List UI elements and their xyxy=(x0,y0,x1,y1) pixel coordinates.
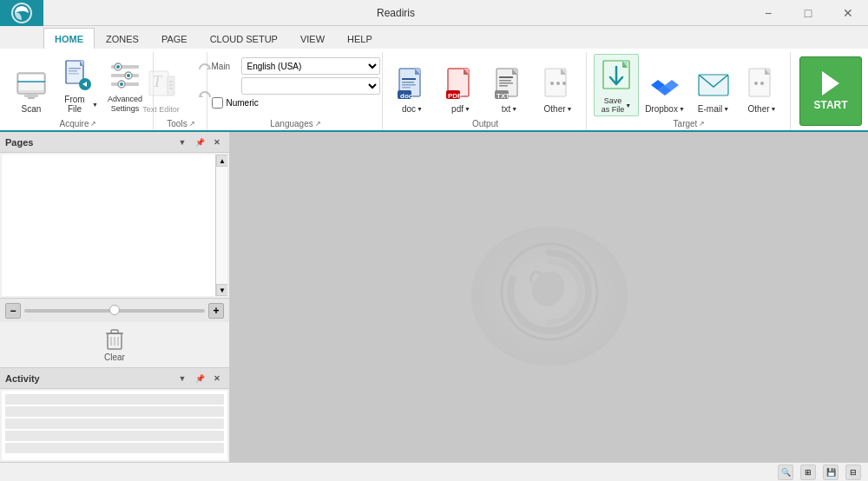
dropbox-button[interactable]: Dropbox ▼ xyxy=(642,54,687,116)
doc-output-button[interactable]: doc doc ▼ xyxy=(390,54,435,116)
target-expand-icon: ↗ xyxy=(699,120,705,128)
tab-view[interactable]: VIEW xyxy=(289,28,336,49)
svg-point-57 xyxy=(550,82,554,85)
other-target-icon xyxy=(746,68,778,102)
activity-header: Activity ▼ 📌 ✕ xyxy=(0,368,229,389)
email-button[interactable]: E-mail ▼ xyxy=(691,54,736,116)
svg-rect-36 xyxy=(402,84,416,86)
zoom-plus-button[interactable]: + xyxy=(208,303,224,319)
statusbar: 🔍 ⊞ 💾 ⊟ xyxy=(0,462,868,481)
svg-point-16 xyxy=(116,65,120,69)
zoom-minus-button[interactable]: − xyxy=(5,303,21,319)
activity-bar-1 xyxy=(5,394,224,405)
activity-close-icon[interactable]: ✕ xyxy=(210,372,224,385)
maximize-button[interactable]: □ xyxy=(788,0,828,26)
save-as-file-label: Saveas File xyxy=(602,96,625,114)
acquire-expand-icon: ↗ xyxy=(90,120,96,128)
activity-dropdown-icon[interactable]: ▼ xyxy=(175,372,189,385)
target-label[interactable]: Target ↗ xyxy=(674,117,706,130)
scrollbar-down-button[interactable]: ▼ xyxy=(216,284,227,296)
svg-point-59 xyxy=(562,82,566,85)
scan-button[interactable]: Scan xyxy=(9,54,54,116)
tools-label[interactable]: Tools ↗ xyxy=(167,117,194,130)
second-language-select[interactable] xyxy=(241,77,380,95)
pages-title: Pages xyxy=(5,137,33,148)
from-file-button[interactable]: From File ▼ xyxy=(56,54,101,116)
svg-point-71 xyxy=(760,82,764,85)
main-language-select[interactable]: English (USA) French German Spanish xyxy=(241,57,380,75)
other-output-button[interactable]: Other ▼ xyxy=(536,54,581,116)
text-editor-label: Text Editor xyxy=(142,105,180,114)
acquire-section: Scan From File xyxy=(3,52,154,130)
scrollbar-up-button[interactable]: ▲ xyxy=(216,155,227,167)
app-title: Readiris xyxy=(43,7,748,19)
other-target-button[interactable]: Other ▼ xyxy=(740,54,785,116)
zoom-thumb[interactable] xyxy=(109,305,120,315)
pages-panel-header: Pages ▼ 📌 ✕ xyxy=(0,132,229,153)
menu-tabs: HOME ZONES PAGE CLOUD SETUP VIEW HELP xyxy=(0,26,868,49)
doc-dropdown-icon: ▼ xyxy=(417,106,423,112)
svg-rect-4 xyxy=(24,94,38,97)
status-save-icon[interactable]: 💾 xyxy=(823,465,838,480)
languages-label[interactable]: Acquire Languages ↗ xyxy=(270,117,321,130)
activity-pin-icon[interactable]: 📌 xyxy=(193,372,207,385)
svg-text:TXT: TXT xyxy=(496,92,510,100)
start-button[interactable]: START xyxy=(799,56,862,126)
tab-help[interactable]: HELP xyxy=(336,28,384,49)
activity-bar-5 xyxy=(5,443,224,453)
from-file-dropdown-icon: ▼ xyxy=(92,102,98,108)
email-icon xyxy=(698,68,729,102)
ribbon: Scan From File xyxy=(0,49,868,132)
close-button[interactable]: ✕ xyxy=(828,0,868,26)
undo-button[interactable] xyxy=(186,85,224,111)
svg-rect-5 xyxy=(28,97,35,99)
save-as-file-icon xyxy=(601,60,632,95)
activity-bar-2 xyxy=(5,406,224,417)
svg-point-58 xyxy=(556,82,560,85)
pdf-dropdown-icon: ▼ xyxy=(464,106,470,112)
tab-page[interactable]: PAGE xyxy=(150,28,199,49)
rotate-button[interactable] xyxy=(186,57,224,83)
from-file-icon xyxy=(62,58,94,93)
pages-scrollbar: ▲ ▼ xyxy=(215,155,227,296)
tab-zones[interactable]: ZONES xyxy=(95,28,150,49)
numeric-label: Numeric xyxy=(227,98,259,108)
pdf-icon: PDF xyxy=(445,68,477,102)
canvas-area xyxy=(230,132,868,462)
output-section: doc doc ▼ PDF xyxy=(385,52,587,130)
tab-cloud-setup[interactable]: CLOUD SETUP xyxy=(199,28,289,49)
doc-icon: doc xyxy=(397,68,428,102)
minimize-button[interactable]: − xyxy=(748,0,788,26)
pages-pin-icon[interactable]: 📌 xyxy=(193,135,207,149)
zoom-row: − + xyxy=(0,298,229,322)
text-editor-icon: T xyxy=(146,69,177,103)
pdf-output-button[interactable]: PDF pdf ▼ xyxy=(438,54,483,116)
status-layout-icon[interactable]: ⊟ xyxy=(845,465,861,480)
save-as-file-button[interactable]: Saveas File ▼ xyxy=(594,54,639,116)
titlebar: Readiris − □ ✕ xyxy=(0,0,868,26)
scan-label: Scan xyxy=(22,104,42,114)
pages-dropdown-icon[interactable]: ▼ xyxy=(175,135,189,149)
dropbox-dropdown-icon: ▼ xyxy=(679,106,685,112)
status-grid-icon[interactable]: ⊞ xyxy=(800,465,816,480)
acquire-items: Scan From File xyxy=(9,54,148,117)
svg-rect-74 xyxy=(111,330,118,333)
text-editor-button[interactable]: T Text Editor xyxy=(139,54,184,116)
tab-home[interactable]: HOME xyxy=(43,28,95,49)
zoom-slider[interactable] xyxy=(24,309,205,313)
scrollbar-track[interactable] xyxy=(216,167,227,284)
main-area: Pages ▼ 📌 ✕ ▲ ▼ − + xyxy=(0,132,868,462)
svg-text:PDF: PDF xyxy=(448,92,462,100)
clear-area[interactable]: Clear xyxy=(0,322,229,367)
activity-panel: Activity ▼ 📌 ✕ xyxy=(0,367,229,462)
status-search-icon[interactable]: 🔍 xyxy=(778,465,793,480)
pages-close-icon[interactable]: ✕ xyxy=(210,135,224,149)
other-output-label: Other xyxy=(544,104,566,114)
svg-rect-37 xyxy=(402,87,411,89)
svg-point-22 xyxy=(120,82,123,86)
activity-bar-4 xyxy=(5,431,224,441)
txt-output-button[interactable]: TXT txt ▼ xyxy=(487,54,532,116)
acquire-label[interactable]: Acquire ↗ xyxy=(60,117,97,130)
from-file-label: From File xyxy=(58,95,91,114)
svg-rect-48 xyxy=(499,76,513,78)
